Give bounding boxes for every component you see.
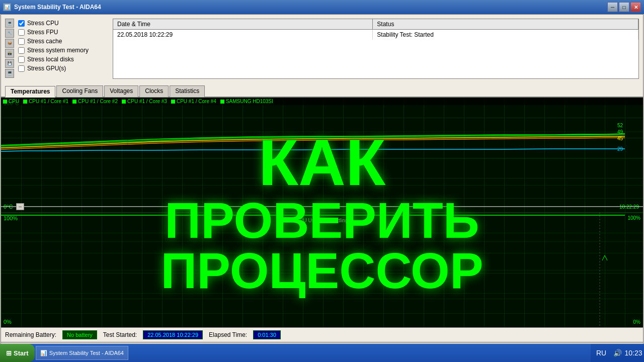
app-icon: 📊 (3, 3, 11, 11)
tab-statistics[interactable]: Statistics (170, 85, 205, 97)
legend-label-core3: CPU #1 / Core #3 (127, 99, 167, 104)
icon-mem: 🗃️ (5, 49, 14, 58)
taskbar-app-icon: 📊 (40, 350, 47, 356)
status-table: Date & Time Status 22.05.2018 10:22:29 S… (113, 19, 639, 79)
col-header-datetime: Date & Time (113, 19, 373, 30)
temp-values-panel: 52 49 45 29 (617, 123, 623, 152)
minimize-button[interactable]: ─ (607, 2, 618, 12)
side-icons: 💻 🔧 📦 🗃️ 💾 🖥️ (5, 19, 14, 79)
checkbox-memory[interactable] (18, 47, 25, 54)
chart-collapse-button[interactable]: ─ (16, 203, 24, 210)
window-title: System Stability Test - AIDA64 (14, 4, 606, 11)
left-panel: 💻 🔧 📦 🗃️ 💾 🖥️ Stress CPU Stress FPU (5, 19, 109, 79)
legend-check-hdd (220, 100, 224, 104)
checkbox-row-gpu: Stress GPU(s) (18, 64, 109, 73)
icon-disk: 💾 (5, 59, 14, 68)
tab-clocks[interactable]: Clocks (139, 85, 169, 97)
temp-chart-svg (1, 105, 643, 212)
close-window-button[interactable]: ✕ (630, 2, 641, 12)
battery-value: No battery (62, 330, 97, 339)
legend-core2: CPU #1 / Core #2 (72, 99, 118, 104)
checkbox-row-cache: Stress cache (18, 37, 109, 46)
titlebar: 📊 System Stability Test - AIDA64 ─ □ ✕ (0, 0, 644, 14)
label-stress-cache: Stress cache (27, 38, 62, 45)
throttling-label: CPU Usage / Throttling (296, 218, 348, 223)
icon-cache: 📦 (5, 39, 14, 48)
usage-chart: 100% 0% 100% 0% CPU Usage / Throttling (1, 213, 643, 328)
checkbox-cache[interactable] (18, 38, 25, 45)
icon-cpu: 💻 (5, 19, 14, 28)
legend-label-hdd: SAMSUNG HD103SI (226, 99, 273, 104)
taskbar-clock: 10:23 (628, 348, 638, 358)
temp-val-1: 52 (617, 123, 623, 128)
legend-check-cpu (3, 100, 7, 104)
legend-check-core2 (72, 100, 76, 104)
taskbar-time: 10:23 (624, 349, 642, 357)
taskbar-app-button[interactable]: 📊 System Stability Test - AIDA64 (36, 346, 128, 360)
label-stress-memory: Stress system memory (27, 47, 89, 54)
label-stress-disks: Stress local disks (27, 56, 74, 63)
maximize-button[interactable]: □ (619, 2, 629, 12)
icon-fpu: 🔧 (5, 29, 14, 38)
taskbar-lang-icon: RU (596, 348, 606, 358)
chart-area: CPU CPU #1 / Core #1 CPU #1 / Core #2 CP… (1, 98, 643, 327)
temp-chart: 100°C 0°C 10:22:29 52 (1, 98, 643, 213)
checkbox-row-memory: Stress system memory (18, 46, 109, 55)
icon-gpu: 🖥️ (5, 69, 14, 78)
taskbar-app-label: System Stability Test - AIDA64 (49, 350, 124, 356)
test-started-value: 22.05.2018 10:22:29 (143, 330, 203, 339)
legend-label-cpu: CPU (9, 99, 19, 104)
status-bar: Remaining Battery: No battery Test Start… (1, 327, 643, 342)
table-row: 22.05.2018 10:22:29 Stability Test: Star… (113, 30, 638, 40)
elapsed-label: Elapsed Time: (209, 331, 247, 338)
battery-label: Remaining Battery: (5, 331, 56, 338)
tab-voltages[interactable]: Voltages (104, 85, 138, 97)
label-stress-fpu: Stress FPU (27, 29, 58, 36)
elapsed-value: 0:01:30 (253, 330, 281, 339)
taskbar-volume-icon[interactable]: 🔊 (612, 348, 622, 358)
label-stress-cpu: Stress CPU (27, 20, 59, 27)
legend-core1: CPU #1 / Core #1 (23, 99, 68, 104)
legend-cpu: CPU (3, 99, 19, 104)
checkbox-row-fpu: Stress FPU (18, 28, 109, 37)
legend-label-core2: CPU #1 / Core #2 (78, 99, 118, 104)
cell-status: Stability Test: Started (373, 30, 638, 40)
temp-val-2: 49 (617, 129, 623, 135)
checkbox-row-cpu: Stress CPU (18, 19, 109, 28)
legend-label-core1: CPU #1 / Core #1 (29, 99, 68, 104)
temp-val-4: 29 (617, 146, 623, 152)
checkbox-row-disks: Stress local disks (18, 55, 109, 64)
top-area: 💻 🔧 📦 🗃️ 💾 🖥️ Stress CPU Stress FPU (1, 15, 643, 83)
temp-val-3: 45 (617, 136, 623, 141)
cell-datetime: 22.05.2018 10:22:29 (113, 30, 373, 40)
usage-chart-svg (1, 213, 643, 328)
checkbox-fpu[interactable] (18, 29, 25, 36)
taskbar-right: RU 🔊 10:23 (591, 344, 644, 362)
taskbar: ⊞ Start 📊 System Stability Test - AIDA64… (0, 344, 644, 362)
start-menu-button[interactable]: ⊞ Start (0, 344, 35, 362)
test-started-label: Test Started: (103, 331, 137, 338)
tabs-bar: Temperatures Cooling Fans Voltages Clock… (1, 83, 643, 98)
legend-check-core3 (122, 100, 126, 104)
start-text: Start (14, 349, 29, 357)
checkbox-disks[interactable] (18, 56, 25, 63)
legend-core4: CPU #1 / Core #4 (171, 99, 216, 104)
main-window: 💻 🔧 📦 🗃️ 💾 🖥️ Stress CPU Stress FPU (1, 14, 643, 361)
tab-temperatures[interactable]: Temperatures (5, 86, 55, 98)
legend-check-core4 (171, 100, 175, 104)
tab-cooling-fans[interactable]: Cooling Fans (56, 85, 103, 97)
legend-core3: CPU #1 / Core #3 (122, 99, 167, 104)
legend-hdd: SAMSUNG HD103SI (220, 99, 273, 104)
status-data-table: Date & Time Status 22.05.2018 10:22:29 S… (113, 19, 638, 40)
label-stress-gpu: Stress GPU(s) (27, 65, 66, 72)
checkbox-cpu[interactable] (18, 20, 25, 27)
checkboxes-panel: Stress CPU Stress FPU Stress cache Stres… (18, 19, 109, 79)
legend-label-core4: CPU #1 / Core #4 (177, 99, 216, 104)
col-header-status: Status (373, 19, 638, 30)
checkbox-gpu[interactable] (18, 65, 25, 72)
taskbar-lang-text: RU (596, 349, 606, 357)
legend-bar: CPU CPU #1 / Core #1 CPU #1 / Core #2 CP… (1, 98, 643, 105)
legend-check-core1 (23, 100, 27, 104)
start-label: ⊞ (6, 349, 12, 357)
